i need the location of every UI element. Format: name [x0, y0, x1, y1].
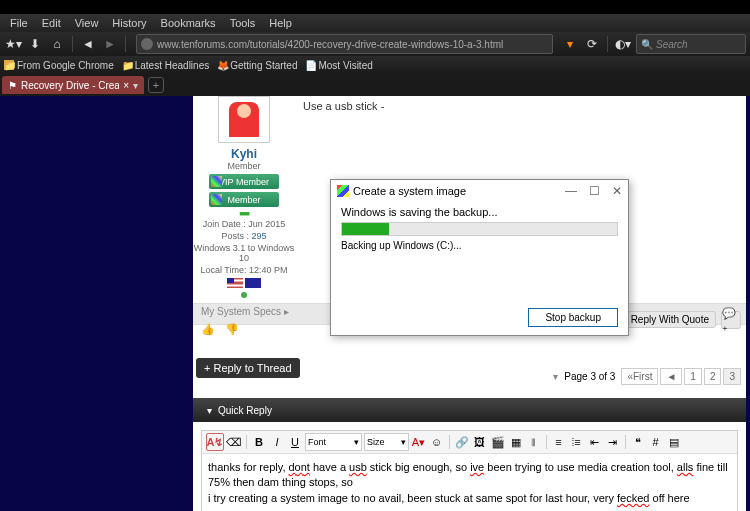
addon-icon[interactable]: ◐▾	[614, 35, 632, 53]
flag-us-icon	[227, 278, 243, 288]
color-button[interactable]: A▾	[411, 434, 427, 450]
pagination: ▾ Page 3 of 3 «First ◄ 1 2 3	[553, 368, 741, 385]
font-select[interactable]: Font ▾	[305, 433, 362, 451]
windows-icon	[211, 176, 222, 187]
quick-reply-title: Quick Reply	[218, 405, 272, 416]
url-bar[interactable]: www.tenforums.com/tutorials/4200-recover…	[136, 34, 553, 54]
thumbs-up-icon[interactable]: 👍	[201, 323, 215, 339]
member-badge: Member	[209, 192, 279, 207]
close-button[interactable]: ✕	[612, 184, 622, 198]
search-input[interactable]: 🔍 Search	[636, 34, 746, 54]
bookmark-folder[interactable]: 📁Latest Headlines	[122, 60, 210, 71]
hr-button[interactable]: ⦀	[526, 434, 542, 450]
list-ul-button[interactable]: ≡	[551, 434, 567, 450]
editor: A↯ ⌫ B I U Font ▾ Size ▾ A▾ ☺ 🔗 🖼 🎬 ▦ ⦀	[201, 430, 738, 511]
menu-history[interactable]: History	[106, 15, 152, 31]
editor-toolbar: A↯ ⌫ B I U Font ▾ Size ▾ A▾ ☺ 🔗 🖼 🎬 ▦ ⦀	[202, 431, 737, 454]
download-icon[interactable]: ⬇	[26, 35, 44, 53]
quote-button[interactable]: ❝	[630, 434, 646, 450]
dialog-title: Create a system image	[353, 185, 466, 197]
table-button[interactable]: ▦	[508, 434, 524, 450]
menu-file[interactable]: File	[4, 15, 34, 31]
page-indicator: Page 3 of 3	[564, 371, 615, 382]
thumbs-down-icon[interactable]: 👎	[225, 323, 239, 339]
page-3-current: 3	[723, 368, 741, 385]
outdent-button[interactable]: ⇤	[587, 434, 603, 450]
post-body: Use a usb stick -	[303, 100, 384, 112]
user-sidebar: Kyhi Member VIP Member Member ■■■ Join D…	[193, 96, 295, 302]
link-button[interactable]: 🔗	[454, 434, 470, 450]
tab-favicon: ⚑	[8, 80, 17, 91]
user-flags	[193, 278, 295, 288]
menu-edit[interactable]: Edit	[36, 15, 67, 31]
minimize-button[interactable]: —	[565, 184, 577, 198]
rss-icon[interactable]: ▾	[561, 35, 579, 53]
image-button[interactable]: 🖼	[472, 434, 488, 450]
username-link[interactable]: Kyhi	[193, 147, 295, 161]
list-ol-button[interactable]: ⦙≡	[569, 434, 585, 450]
nav-bar: ★▾ ⬇ ⌂ ◄ ► www.tenforums.com/tutorials/4…	[0, 32, 750, 56]
italic-button[interactable]: I	[269, 434, 285, 450]
bookmark-link[interactable]: 📄Most Visited	[305, 60, 372, 71]
video-button[interactable]: 🎬	[490, 434, 506, 450]
menu-bar: File Edit View History Bookmarks Tools H…	[0, 14, 750, 32]
menu-help[interactable]: Help	[263, 15, 298, 31]
collapse-icon[interactable]: ▾	[207, 405, 212, 416]
star-icon[interactable]: ★▾	[4, 35, 22, 53]
saving-status: Windows is saving the backup...	[341, 206, 618, 218]
underline-button[interactable]: U	[287, 434, 303, 450]
user-os: Windows 3.1 to Windows 10	[193, 243, 295, 263]
forward-button: ►	[101, 35, 119, 53]
menu-tools[interactable]: Tools	[224, 15, 262, 31]
bookmark-link[interactable]: 🦊Getting Started	[217, 60, 297, 71]
tab-close-icon[interactable]: ×	[123, 80, 129, 91]
menu-bookmarks[interactable]: Bookmarks	[155, 15, 222, 31]
flag-state-icon	[245, 278, 261, 288]
bold-button[interactable]: B	[251, 434, 267, 450]
indent-button[interactable]: ⇥	[605, 434, 621, 450]
user-avatar[interactable]	[218, 96, 270, 143]
backup-status: Backing up Windows (C:)...	[341, 240, 618, 251]
system-image-dialog: Create a system image — ☐ ✕ Windows is s…	[330, 179, 629, 336]
vip-badge: VIP Member	[209, 174, 279, 189]
editor-textarea[interactable]: thanks for reply, dont have a usb stick …	[202, 454, 737, 511]
page-icon: 📄	[305, 60, 315, 70]
source-button[interactable]: A↯	[206, 433, 224, 451]
windows-icon	[211, 194, 222, 205]
page-prev-button[interactable]: ◄	[660, 368, 682, 385]
reload-icon[interactable]: ⟳	[583, 35, 601, 53]
post-count: Posts : 295	[193, 231, 295, 241]
clear-format-button[interactable]: ⌫	[226, 434, 242, 450]
user-role: Member	[193, 161, 295, 171]
firefox-icon: 🦊	[217, 60, 227, 70]
home-icon[interactable]: ⌂	[48, 35, 66, 53]
page-first-button[interactable]: «First	[621, 368, 658, 385]
code-button[interactable]: #	[648, 434, 664, 450]
rep-bars: ■■■	[193, 210, 295, 217]
stop-backup-button[interactable]: Stop backup	[528, 308, 618, 327]
page-1-link[interactable]: 1	[684, 368, 702, 385]
multi-quote-button[interactable]: 💬₊	[721, 311, 741, 329]
bookmark-bar: 📁From Google Chrome 📁Latest Headlines 🦊G…	[0, 56, 750, 74]
back-button[interactable]: ◄	[79, 35, 97, 53]
new-tab-button[interactable]: +	[148, 77, 164, 93]
bookmark-folder[interactable]: 📁From Google Chrome	[4, 60, 114, 71]
windows-flag-icon	[337, 185, 349, 197]
more-button[interactable]: ▤	[666, 434, 682, 450]
join-date: Join Date : Jun 2015	[193, 219, 295, 229]
progress-bar	[341, 222, 618, 236]
reply-thread-button[interactable]: + Reply to Thread	[196, 358, 300, 378]
quick-reply-section: ▾Quick Reply A↯ ⌫ B I U Font ▾ Size ▾ A▾…	[193, 398, 746, 511]
size-select[interactable]: Size ▾	[364, 433, 409, 451]
tab-bar: ⚑ Recovery Drive - Create i... × ▾ +	[0, 74, 750, 96]
globe-icon	[141, 38, 153, 50]
local-time: Local Time: 12:40 PM	[193, 265, 295, 275]
online-indicator-icon	[241, 292, 247, 298]
maximize-button[interactable]: ☐	[589, 184, 600, 198]
search-icon: 🔍	[641, 39, 653, 50]
page-2-link[interactable]: 2	[704, 368, 722, 385]
smilie-button[interactable]: ☺	[429, 434, 445, 450]
folder-icon: 📁	[122, 60, 132, 70]
browser-tab[interactable]: ⚑ Recovery Drive - Create i... × ▾	[2, 76, 144, 94]
menu-view[interactable]: View	[69, 15, 105, 31]
